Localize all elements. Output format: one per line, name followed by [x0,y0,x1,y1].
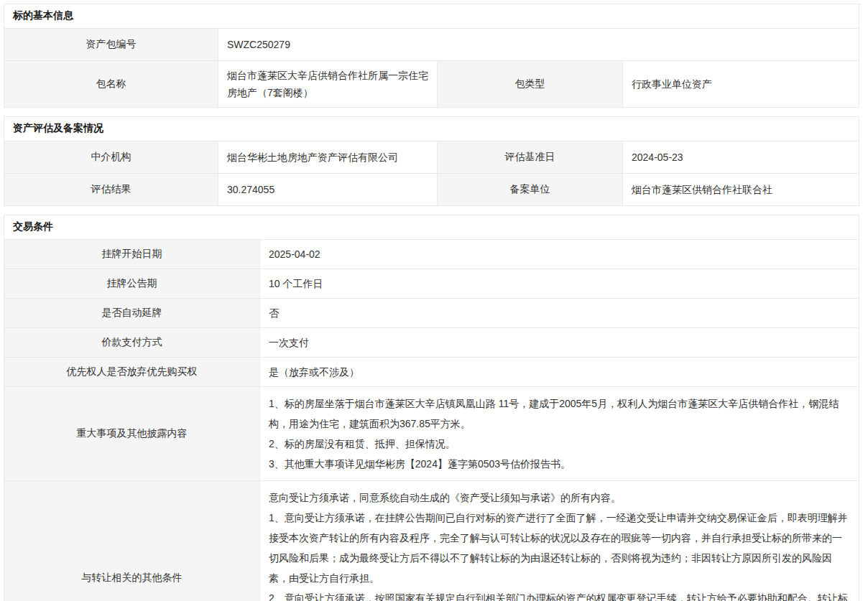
disclosure-line: 1、标的房屋坐落于烟台市蓬莱区大辛店镇凤凰山路 11号，建成于2005年5月，权… [269,393,850,434]
condition-line: 意向受让方须承诺，同意系统自动生成的《资产受让须知与承诺》的所有内容。 [269,488,850,508]
field-value-package-type: 行政事业单位资产 [623,61,859,107]
table-row: 重大事项及其他披露内容 1、标的房屋坐落于烟台市蓬莱区大辛店镇凤凰山路 11号，… [4,386,859,480]
field-label-package-type: 包类型 [438,61,623,107]
table-row: 价款支付方式 一次支付 [4,327,859,357]
field-label-auto-extension: 是否自动延牌 [4,299,260,327]
field-value-auto-extension: 否 [260,299,859,327]
table-row: 挂牌开始日期 2025-04-02 [4,239,859,269]
table-row: 挂牌公告期 10 个工作日 [4,269,859,298]
table-row: 包名称 烟台市蓬莱区大辛店供销合作社所属一宗住宅房地产（7套阁楼） 包类型 行政… [4,60,859,107]
section-valuation-info: 资产评估及备案情况 中介机构 烟台华彬土地房地产资产评估有限公司 评估基准日 2… [4,116,859,206]
table-row: 与转让相关的其他条件 意向受让方须承诺，同意系统自动生成的《资产受让须知与承诺》… [4,480,859,601]
section-title: 交易条件 [4,215,859,239]
table-row: 优先权人是否放弃优先购买权 是（放弃或不涉及） [4,357,859,386]
field-label-announcement-period: 挂牌公告期 [4,269,260,298]
field-label-payment-method: 价款支付方式 [4,328,260,357]
field-value-listing-start-date: 2025-04-02 [260,240,859,269]
field-value-announcement-period: 10 个工作日 [260,269,859,298]
field-label-filing-unit: 备案单位 [438,174,623,205]
field-label-valuation-result: 评估结果 [4,174,218,205]
condition-line: 1、意向受让方须承诺，在挂牌公告期间已自行对标的资产进行了全面了解，一经递交受让… [269,508,850,588]
field-label-asset-package-no: 资产包编号 [4,29,218,60]
table-row: 资产包编号 SWZC250279 [4,28,859,60]
section-trade-conditions: 交易条件 挂牌开始日期 2025-04-02 挂牌公告期 10 个工作日 是否自… [4,215,859,601]
field-value-agency: 烟台华彬土地房地产资产评估有限公司 [218,141,438,173]
field-label-major-disclosure: 重大事项及其他披露内容 [4,387,260,480]
field-value-valuation-result: 30.274055 [218,174,438,205]
field-label-other-transfer-conditions: 与转让相关的其他条件 [4,481,260,601]
table-row: 中介机构 烟台华彬土地房地产资产评估有限公司 评估基准日 2024-05-23 [4,141,859,173]
field-label-valuation-date: 评估基准日 [438,141,623,173]
field-label-preemptive-right-waiver: 优先权人是否放弃优先购买权 [4,358,260,386]
field-value-filing-unit: 烟台市蓬莱区供销合作社联合社 [623,174,859,205]
field-value-payment-method: 一次支付 [260,328,859,357]
field-label-listing-start-date: 挂牌开始日期 [4,240,260,269]
condition-line: 2、意向受让方须承诺，按照国家有关规定自行到相关部门办理标的资产的权属变更登记手… [269,588,850,601]
section-basic-info: 标的基本信息 资产包编号 SWZC250279 包名称 烟台市蓬莱区大辛店供销合… [4,4,859,108]
disclosure-line: 3、其他重大事项详见烟华彬房【2024】蓬字第0503号估价报告书。 [269,454,850,474]
field-value-package-name: 烟台市蓬莱区大辛店供销合作社所属一宗住宅房地产（7套阁楼） [218,61,438,107]
section-title: 标的基本信息 [4,4,859,28]
field-value-other-transfer-conditions: 意向受让方须承诺，同意系统自动生成的《资产受让须知与承诺》的所有内容。 1、意向… [260,481,859,601]
field-value-valuation-date: 2024-05-23 [623,141,859,173]
section-title: 资产评估及备案情况 [4,117,859,141]
field-label-package-name: 包名称 [4,61,218,107]
disclosure-line: 2、标的房屋没有租赁、抵押、担保情况。 [269,434,850,454]
table-row: 评估结果 30.274055 备案单位 烟台市蓬莱区供销合作社联合社 [4,173,859,205]
field-value-major-disclosure: 1、标的房屋坐落于烟台市蓬莱区大辛店镇凤凰山路 11号，建成于2005年5月，权… [260,387,859,480]
field-value-preemptive-right-waiver: 是（放弃或不涉及） [260,358,859,386]
field-value-asset-package-no: SWZC250279 [218,29,859,60]
field-label-agency: 中介机构 [4,141,218,173]
table-row: 是否自动延牌 否 [4,298,859,327]
